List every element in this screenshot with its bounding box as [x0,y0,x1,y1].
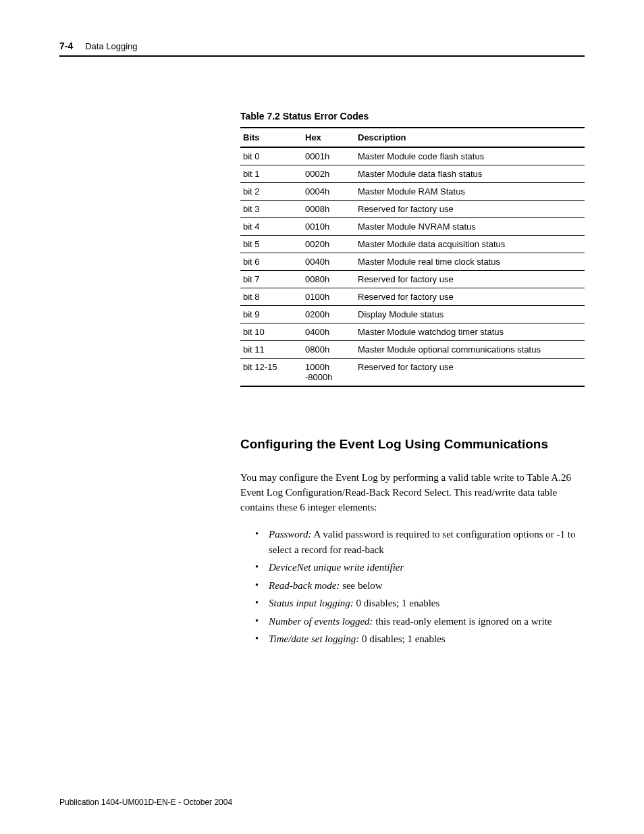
table-row: bit 0 0001h Master Module code flash sta… [240,147,585,165]
cell-desc: Master Module code flash status [355,147,585,165]
cell-desc: Master Module watchdog timer status [355,323,585,341]
cell-bits: bit 10 [240,323,302,341]
cell-desc: Display Module status [355,306,585,323]
list-item: Time/date set logging: 0 disables; 1 ena… [266,631,585,647]
element-list: Password: A valid password is required t… [240,527,585,647]
page-header: 7-4 Data Logging [59,41,585,57]
cell-bits: bit 6 [240,253,302,271]
cell-bits: bit 5 [240,236,302,253]
item-label: Time/date set logging: [269,633,359,644]
cell-bits: bit 3 [240,201,302,218]
col-header-hex: Hex [302,128,355,147]
section-heading: Configuring the Event Log Using Communic… [240,437,585,452]
table-row: bit 3 0008h Reserved for factory use [240,201,585,218]
cell-hex: 0002h [302,165,355,183]
cell-desc: Reserved for factory use [355,271,585,288]
cell-bits: bit 9 [240,306,302,323]
col-header-bits: Bits [240,128,302,147]
table-row: bit 8 0100h Reserved for factory use [240,288,585,306]
item-label: Number of events logged: [269,616,373,627]
cell-hex: 0020h [302,236,355,253]
table-row: bit 9 0200h Display Module status [240,306,585,323]
cell-hex: 0008h [302,201,355,218]
table-row: bit 6 0040h Master Module real time cloc… [240,253,585,271]
item-text: 0 disables; 1 enables [359,633,445,644]
list-item: Password: A valid password is required t… [266,527,585,557]
item-text: this read-only element is ignored on a w… [373,616,552,627]
cell-desc: Reserved for factory use [355,288,585,306]
item-text: see below [340,580,382,591]
list-item: Number of events logged: this read-only … [266,614,585,629]
status-error-codes-table: Bits Hex Description bit 0 0001h Master … [240,127,585,387]
section-title: Data Logging [85,41,137,51]
cell-hex: 0001h [302,147,355,165]
cell-desc: Master Module NVRAM status [355,218,585,236]
cell-bits: bit 1 [240,165,302,183]
cell-bits: bit 2 [240,183,302,201]
cell-hex: 0040h [302,253,355,271]
table-row: bit 12-15 1000h -8000h Reserved for fact… [240,359,585,387]
item-text: A valid password is required to set conf… [269,529,575,555]
cell-hex: 0010h [302,218,355,236]
table-row: bit 4 0010h Master Module NVRAM status [240,218,585,236]
list-item: Read-back mode: see below [266,578,585,594]
cell-hex: 0400h [302,323,355,341]
list-item: Status input logging: 0 disables; 1 enab… [266,596,585,611]
cell-bits: bit 0 [240,147,302,165]
item-label: DeviceNet unique write identifier [269,562,404,573]
cell-hex: 1000h -8000h [302,359,355,387]
cell-desc: Master Module data flash status [355,165,585,183]
item-text: 0 disables; 1 enables [354,598,439,608]
table-row: bit 7 0080h Reserved for factory use [240,271,585,288]
cell-desc: Reserved for factory use [355,359,585,387]
table-row: bit 11 0800h Master Module optional comm… [240,341,585,359]
cell-bits: bit 7 [240,271,302,288]
cell-hex: 0800h [302,341,355,359]
cell-desc: Reserved for factory use [355,201,585,218]
table-row: bit 10 0400h Master Module watchdog time… [240,323,585,341]
cell-bits: bit 8 [240,288,302,306]
cell-hex: 0100h [302,288,355,306]
intro-paragraph: You may configure the Event Log by perfo… [240,471,585,515]
main-content: Table 7.2 Status Error Codes Bits Hex De… [240,111,585,647]
cell-hex: 0004h [302,183,355,201]
col-header-description: Description [355,128,585,147]
publication-footer: Publication 1404-UM001D-EN-E - October 2… [59,798,232,807]
item-label: Password: [269,529,312,540]
item-label: Status input logging: [269,598,354,608]
cell-hex: 0200h [302,306,355,323]
cell-desc: Master Module real time clock status [355,253,585,271]
page-number: 7-4 [59,41,73,51]
cell-bits: bit 11 [240,341,302,359]
item-label: Read-back mode: [269,580,340,591]
cell-desc: Master Module optional communications st… [355,341,585,359]
table-caption: Table 7.2 Status Error Codes [240,111,585,122]
cell-hex: 0080h [302,271,355,288]
table-row: bit 1 0002h Master Module data flash sta… [240,165,585,183]
table-row: bit 5 0020h Master Module data acquisiti… [240,236,585,253]
cell-desc: Master Module data acquisition status [355,236,585,253]
cell-bits: bit 12-15 [240,359,302,387]
cell-desc: Master Module RAM Status [355,183,585,201]
list-item: DeviceNet unique write identifier [266,560,585,575]
table-row: bit 2 0004h Master Module RAM Status [240,183,585,201]
table-header-row: Bits Hex Description [240,128,585,147]
cell-bits: bit 4 [240,218,302,236]
